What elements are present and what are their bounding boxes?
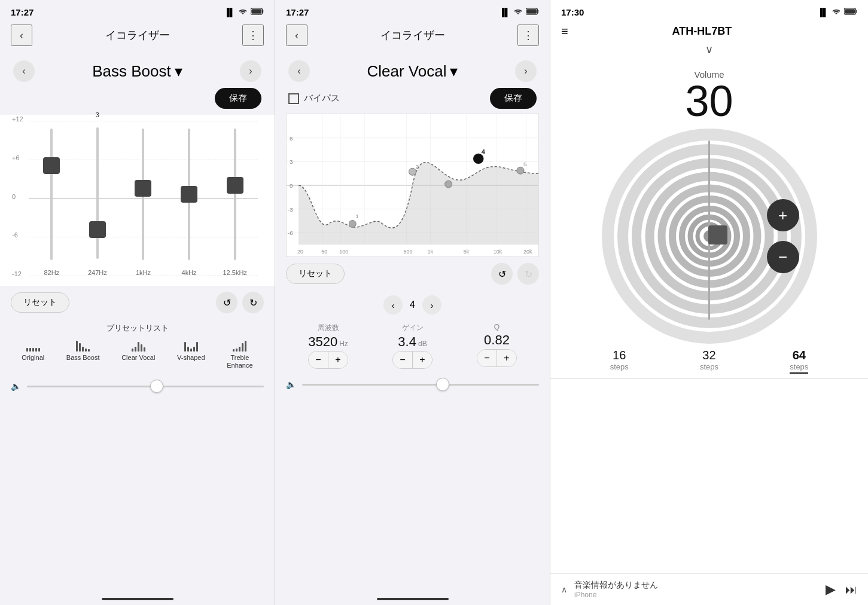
prev-preset-1[interactable]: ‹ <box>13 60 35 82</box>
preset-label-vshaped: V-shaped <box>177 354 205 362</box>
bypass-save-row: バイパス 保存 <box>275 88 550 114</box>
step-32-num: 32 <box>702 349 715 362</box>
chevron-down-icon[interactable]: ∨ <box>550 42 868 57</box>
preset-selector-2: ‹ Clear Vocal ▾ › <box>275 52 550 88</box>
band-params: 周波数 3520 Hz − + ゲイン 3.4 dB − + <box>275 319 550 374</box>
freq-label-1khz: 1kHz <box>136 269 151 276</box>
prev-band-btn[interactable]: ‹ <box>383 295 403 314</box>
freq-param: 周波数 3520 Hz − + <box>308 323 348 369</box>
freq-label-82hz: 82Hz <box>44 269 59 276</box>
sliders-container: 82Hz 3 247Hz 1kHz <box>29 121 258 276</box>
eq-grid: +12 +6 0 -6 -12 82Hz 3 <box>11 121 264 276</box>
step-64-num: 64 <box>793 349 806 362</box>
step-item-64[interactable]: 64 steps <box>790 349 808 374</box>
step-item-16[interactable]: 16 steps <box>610 349 629 374</box>
play-button[interactable]: ▶ <box>826 582 836 597</box>
freq-label-12khz: 12.5kHz <box>223 269 246 276</box>
svg-text:-6: -6 <box>288 230 293 236</box>
volume-number: 30 <box>550 80 868 123</box>
gain-plus-btn[interactable]: + <box>413 352 432 368</box>
save-button-2[interactable]: 保存 <box>490 88 537 109</box>
slider-wrapper-12khz <box>227 122 243 267</box>
preset-item-original[interactable]: Original <box>22 338 44 369</box>
band-point-1 <box>349 221 356 228</box>
more-button-2[interactable]: ⋮ <box>517 25 539 46</box>
freq-value: 3520 <box>308 334 337 350</box>
slider-247hz[interactable] <box>89 127 106 259</box>
clear-vocal-icon <box>132 338 145 352</box>
back-button-2[interactable]: ‹ <box>286 25 307 46</box>
status-bar-3: 17:30 ▐▌ <box>550 0 868 21</box>
svg-text:500: 500 <box>403 249 412 255</box>
np-title: 音楽情報がありません <box>574 580 818 591</box>
status-icons-2: ▐▌ <box>500 8 539 17</box>
svg-text:3: 3 <box>290 158 293 165</box>
more-button-1[interactable]: ⋮ <box>242 25 264 46</box>
wifi-icon-3 <box>832 8 841 17</box>
svg-rect-38 <box>845 9 855 14</box>
hamburger-icon[interactable]: ≡ <box>561 25 568 38</box>
volume-slider-1[interactable] <box>27 386 264 387</box>
slider-4khz[interactable] <box>181 129 197 260</box>
step-item-32[interactable]: 32 steps <box>700 349 718 374</box>
undo-redo-1: ↺ ↻ <box>216 292 264 313</box>
slider-1khz[interactable] <box>135 129 151 260</box>
freq-plus-btn[interactable]: + <box>328 352 348 368</box>
redo-button-1[interactable]: ↻ <box>242 292 264 313</box>
step-16-label: steps <box>610 362 629 371</box>
gain-param: ゲイン 3.4 dB − + <box>392 323 433 369</box>
signal-icon-3: ▐▌ <box>818 8 829 17</box>
prev-preset-2[interactable]: ‹ <box>288 60 310 82</box>
slider-12khz[interactable] <box>227 129 243 260</box>
gain-minus-btn[interactable]: − <box>393 352 412 368</box>
slider-col-12khz: 12.5kHz <box>212 121 258 276</box>
q-minus-btn[interactable]: − <box>477 350 497 366</box>
panel-volume: 17:30 ▐▌ ≡ ATH-HL7BT ∨ Volume 30 <box>550 0 868 605</box>
next-preset-1[interactable]: › <box>240 60 261 82</box>
volume-row-2: 🔈 <box>275 374 550 395</box>
np-chevron-icon[interactable]: ∧ <box>561 585 567 594</box>
volume-slider-vertical[interactable] <box>701 140 718 320</box>
freq-minus-btn[interactable]: − <box>309 352 328 368</box>
preset-item-vshaped[interactable]: V-shaped <box>177 338 205 369</box>
slider-wrapper-82hz <box>43 122 60 267</box>
wifi-icon-1 <box>238 8 248 17</box>
save-button-1[interactable]: 保存 <box>215 88 261 109</box>
bypass-checkbox[interactable] <box>288 93 299 104</box>
dropdown-icon-2: ▾ <box>450 62 458 81</box>
preset-item-treble[interactable]: TrebleEnhance <box>227 338 252 369</box>
svg-text:100: 100 <box>339 249 348 255</box>
back-button-1[interactable]: ‹ <box>11 25 32 46</box>
reset-button-2[interactable]: リセット <box>286 264 345 284</box>
preset-list-section: プリセットリスト Original <box>0 319 275 375</box>
redo-button-2[interactable]: ↻ <box>517 263 539 285</box>
svg-text:20: 20 <box>297 249 303 255</box>
reset-button-1[interactable]: リセット <box>11 292 69 313</box>
undo-button-2[interactable]: ↺ <box>491 263 513 285</box>
volume-minus-button[interactable]: − <box>767 241 799 273</box>
preset-item-bass-boost[interactable]: Bass Boost <box>66 338 100 369</box>
next-band-btn[interactable]: › <box>422 295 441 314</box>
slider-82hz[interactable] <box>43 129 60 260</box>
preset-item-clear-vocal[interactable]: Clear Vocal <box>121 338 155 369</box>
fast-forward-button[interactable]: ⏭ <box>845 583 857 597</box>
next-preset-2[interactable]: › <box>515 60 537 82</box>
volume-plus-button[interactable]: + <box>767 199 799 231</box>
slider-wrapper-4khz <box>181 122 197 267</box>
q-plus-btn[interactable]: + <box>497 350 516 366</box>
status-bar-1: 17:27 ▐▌ <box>0 0 275 21</box>
volume-slider-2[interactable] <box>302 384 539 386</box>
q-value: 0.82 <box>484 332 510 348</box>
q-param: Q 0.82 − + <box>477 323 517 369</box>
band-point-5 <box>517 167 524 174</box>
svg-text:5: 5 <box>523 161 527 167</box>
volume-row-1: 🔈 <box>0 375 275 397</box>
bass-boost-icon <box>76 338 90 352</box>
preset-label-treble: TrebleEnhance <box>227 354 252 369</box>
bypass-section: バイパス <box>288 93 340 104</box>
reset-row-1: リセット ↺ ↻ <box>0 286 275 319</box>
step-64-label: steps <box>790 362 808 371</box>
undo-button-1[interactable]: ↺ <box>216 292 237 313</box>
status-bar-2: 17:27 ▐▌ <box>275 0 550 21</box>
np-source: iPhone <box>574 591 818 599</box>
